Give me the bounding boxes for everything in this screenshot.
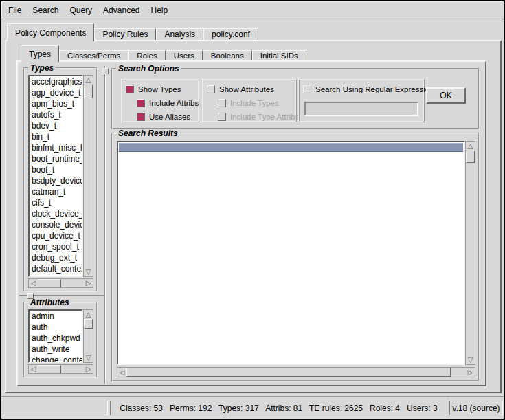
scroll-down-icon[interactable]: ▽ xyxy=(466,355,475,364)
menu-file[interactable]: File xyxy=(3,3,27,18)
attributes-listbox[interactable]: adminauthauth_chkpwdauth_writechange_con… xyxy=(28,309,83,363)
types-list-item[interactable]: cpu_device_t xyxy=(30,230,82,241)
show-types-checkbox[interactable]: Show Types xyxy=(126,83,194,96)
status-version-panel: v.18 (source) xyxy=(449,401,503,415)
checkbox-indicator-icon xyxy=(207,85,215,93)
regex-checkbox[interactable]: Search Using Regular Expression xyxy=(303,83,420,96)
types-list-item[interactable]: cron_spool_t xyxy=(30,241,82,252)
checkbox-indicator-icon xyxy=(218,113,226,121)
component-tab[interactable]: Roles xyxy=(128,50,165,60)
scroll-down-icon[interactable]: ▽ xyxy=(84,353,93,362)
types-list-item[interactable]: binfmt_misc_fs xyxy=(30,142,82,153)
scrollbar-trough[interactable] xyxy=(61,279,84,287)
scrollbar-trough[interactable] xyxy=(451,368,466,377)
menu-advanced[interactable]: Advanced xyxy=(98,3,145,18)
scrollbar-trough[interactable] xyxy=(61,365,84,373)
types-listbox[interactable]: accelgraphics_eagp_device_tapm_bios_taut… xyxy=(28,75,83,277)
scrollbar-trough[interactable] xyxy=(84,98,93,267)
attributes-list-item[interactable]: auth_write xyxy=(30,344,82,355)
main-tab[interactable]: Policy Components xyxy=(7,23,94,41)
sash-handle[interactable] xyxy=(27,293,34,299)
scrollbar-trough[interactable] xyxy=(466,163,475,355)
results-textarea[interactable] xyxy=(117,141,465,365)
results-hscrollbar[interactable]: ◁ ▷ xyxy=(117,367,475,377)
component-tab[interactable]: Classes/Perms xyxy=(59,50,128,60)
regex-group: Search Using Regular Expression xyxy=(298,79,425,122)
scroll-right-icon[interactable]: ▷ xyxy=(84,279,93,287)
attributes-list-item[interactable]: auth_chkpwd xyxy=(30,333,82,344)
scroll-left-icon[interactable]: ◁ xyxy=(29,365,38,373)
types-hscrollbar[interactable]: ◁ ▷ xyxy=(28,278,93,288)
scrollbar-thumb[interactable] xyxy=(38,279,61,287)
checkbox-label: Include Type Attribs xyxy=(230,113,299,121)
types-list-item[interactable]: agp_device_t xyxy=(30,87,82,98)
attributes-list-item[interactable]: admin xyxy=(30,311,82,322)
types-list-item[interactable]: bdev_t xyxy=(30,120,82,131)
types-list-item[interactable]: apm_bios_t xyxy=(30,98,82,109)
ok-button[interactable]: OK xyxy=(426,87,466,104)
show-attributes-checkbox[interactable]: Show Attributes xyxy=(207,83,292,96)
show-types-group: Show Types Include Attribs Use Aliases xyxy=(121,79,199,122)
scrollbar-thumb[interactable] xyxy=(38,365,61,373)
main-tab[interactable]: policy.conf xyxy=(203,28,258,40)
scroll-left-icon[interactable]: ◁ xyxy=(29,279,38,287)
scroll-down-icon[interactable]: ▽ xyxy=(84,267,93,276)
regex-input[interactable] xyxy=(304,102,418,116)
menu-query[interactable]: Query xyxy=(64,3,98,18)
types-list-item[interactable]: autofs_t xyxy=(30,109,82,120)
scroll-up-icon[interactable]: △ xyxy=(84,76,93,85)
scroll-right-icon[interactable]: ▷ xyxy=(84,365,93,373)
component-tab[interactable]: Booleans xyxy=(203,50,252,60)
search-options-panel: Search Options Show Types Include Attrib… xyxy=(111,68,480,129)
selected-row[interactable] xyxy=(119,143,463,152)
menu-help-mnemonic: H xyxy=(150,5,157,15)
scrollbar-thumb[interactable] xyxy=(84,85,93,98)
menu-search[interactable]: Search xyxy=(27,3,64,18)
scrollbar-thumb[interactable] xyxy=(84,319,93,329)
use-aliases-checkbox[interactable]: Use Aliases xyxy=(137,111,194,123)
include-type-attribs-checkbox[interactable]: Include Type Attribs xyxy=(218,111,292,123)
include-attribs-checkbox[interactable]: Include Attribs xyxy=(137,97,194,109)
types-list-item[interactable]: boot_t xyxy=(30,164,82,175)
checkbox-label: Include Types xyxy=(230,99,279,107)
scroll-right-icon[interactable]: ▷ xyxy=(466,368,475,377)
main-tab[interactable]: Policy Rules xyxy=(94,28,156,40)
pane-sash-horizontal[interactable] xyxy=(19,295,106,296)
scroll-left-icon[interactable]: ◁ xyxy=(117,368,126,377)
component-tab[interactable]: Users xyxy=(166,50,203,60)
scrollbar-trough[interactable] xyxy=(84,329,93,353)
main-tab[interactable]: Analysis xyxy=(156,28,203,40)
types-list-item[interactable]: default_t xyxy=(30,274,82,277)
component-tabbar: TypesClasses/PermsRolesUsersBooleansInit… xyxy=(21,45,306,62)
types-list-item[interactable]: clock_device_t xyxy=(30,208,82,219)
scroll-up-icon[interactable]: △ xyxy=(466,142,475,151)
attributes-hscrollbar[interactable]: ◁ ▷ xyxy=(28,364,93,374)
checkbox-label: Use Aliases xyxy=(149,113,190,121)
types-vscrollbar[interactable]: △ ▽ xyxy=(83,75,93,277)
status-stats-panel: Classes: 53 Perms: 192 Types: 317 Attrib… xyxy=(110,401,447,415)
component-tab[interactable]: Initial SIDs xyxy=(252,50,306,60)
attributes-list-item[interactable]: auth xyxy=(30,322,82,333)
attributes-vscrollbar[interactable]: △ ▽ xyxy=(83,309,93,363)
scrollbar-thumb[interactable] xyxy=(126,368,451,377)
types-list-item[interactable]: default_context xyxy=(30,263,82,274)
types-list-item[interactable]: cifs_t xyxy=(30,197,82,208)
types-list-item[interactable]: boot_runtime_t xyxy=(30,153,82,164)
checkbox-label: Show Types xyxy=(138,85,181,93)
sash-handle[interactable] xyxy=(102,68,109,74)
pane-sash-vertical[interactable] xyxy=(104,66,106,384)
types-list-item[interactable]: accelgraphics_e xyxy=(30,76,82,87)
types-list-item[interactable]: catman_t xyxy=(30,186,82,197)
component-tab[interactable]: Types xyxy=(21,45,59,62)
types-list-item[interactable]: bsdpty_device_ xyxy=(30,175,82,186)
attributes-list-item[interactable]: change_context xyxy=(30,355,82,363)
include-types-checkbox[interactable]: Include Types xyxy=(218,97,292,109)
results-vscrollbar[interactable]: △ ▽ xyxy=(465,141,475,365)
types-list-item[interactable]: console_device xyxy=(30,219,82,230)
types-list-item[interactable]: debug_ext_t xyxy=(30,252,82,263)
menu-help[interactable]: Help xyxy=(145,3,173,18)
scroll-up-icon[interactable]: △ xyxy=(84,310,93,319)
checkbox-label: Show Attributes xyxy=(219,85,274,93)
scrollbar-thumb[interactable] xyxy=(466,151,475,163)
types-list-item[interactable]: bin_t xyxy=(30,131,82,142)
